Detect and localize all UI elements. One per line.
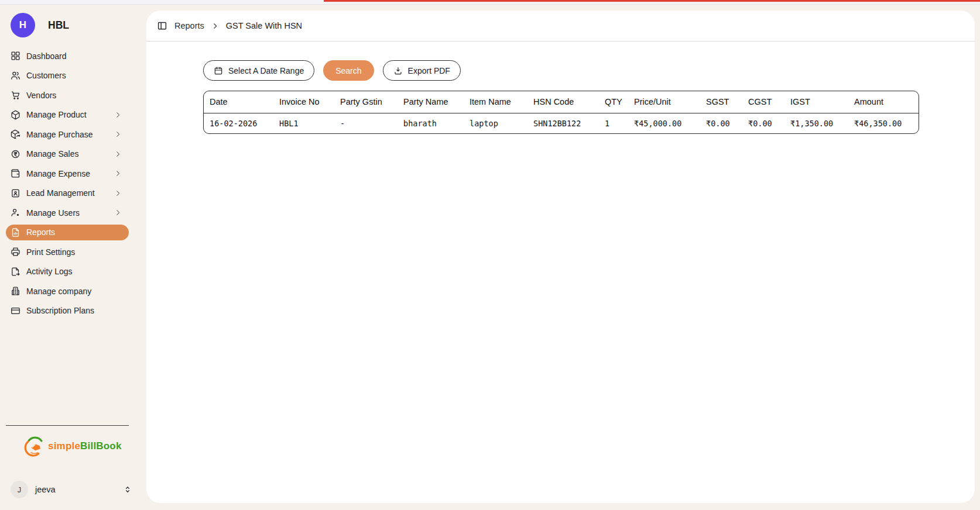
printer-icon	[11, 247, 20, 257]
brand: H HBL	[11, 13, 69, 37]
sidebar-item-label: Print Settings	[26, 247, 122, 257]
sidebar-item-print-settings[interactable]: Print Settings	[6, 244, 129, 260]
table-cell: bharath	[398, 113, 464, 133]
table-cell: ₹1,350.00	[784, 113, 848, 133]
sidebar-item-label: Manage company	[26, 287, 122, 296]
export-pdf-label: Export PDF	[408, 66, 450, 75]
chevron-right-icon	[114, 111, 122, 119]
sidebar-item-label: Manage Purchase	[26, 130, 108, 139]
sidebar-item-reports[interactable]: Reports	[6, 225, 129, 241]
chevron-right-icon	[211, 22, 219, 30]
id-badge-icon	[11, 188, 20, 198]
sidebar-item-manage-expense[interactable]: Manage Expense	[6, 166, 129, 182]
logo-word-billbook: BillBook	[80, 440, 122, 452]
calendar-icon	[214, 66, 223, 75]
main-card: Reports GST Sale With HSN Select A Date …	[146, 11, 975, 503]
sidebar-item-manage-users[interactable]: Manage Users	[6, 205, 129, 221]
table-cell: 1	[599, 113, 628, 133]
table-cell: ₹0.00	[742, 113, 784, 133]
date-range-label: Select A Date Range	[228, 66, 304, 75]
chevron-right-icon	[114, 150, 122, 158]
chevron-right-icon	[114, 189, 122, 197]
user-menu[interactable]: J jeeva	[11, 480, 132, 499]
sidebar-item-manage-purchase[interactable]: Manage Purchase	[6, 126, 129, 143]
user-dot-icon	[11, 208, 20, 218]
cart-icon	[11, 90, 20, 100]
sidebar-item-manage-sales[interactable]: Manage Sales	[6, 146, 129, 163]
date-range-button[interactable]: Select A Date Range	[203, 60, 314, 81]
sidebar-item-manage-company[interactable]: Manage company	[6, 283, 129, 299]
sidebar-toggle-icon[interactable]	[157, 20, 167, 31]
sidebar-item-customers[interactable]: Customers	[6, 68, 129, 84]
search-button[interactable]: Search	[323, 60, 374, 81]
customers-icon	[11, 71, 20, 81]
table-cell: -	[334, 113, 398, 133]
sidebar-item-activity-logs[interactable]: Activity Logs	[6, 264, 129, 280]
sidebar-item-label: Manage Product	[26, 110, 108, 119]
chevron-right-icon	[114, 170, 122, 177]
user-name: jeeva	[35, 485, 116, 494]
package-icon	[11, 110, 20, 120]
package-sync-icon	[11, 129, 20, 139]
unfold-more-icon[interactable]	[123, 485, 132, 494]
sidebar-divider	[6, 425, 129, 426]
report-icon	[11, 228, 20, 237]
sidebar-item-label: Activity Logs	[26, 267, 122, 276]
logo-text: simpleBillBook	[48, 440, 122, 452]
simplebillbook-logo: simpleBillBook	[24, 433, 122, 459]
toolbar: Select A Date Range Search Export PDF	[203, 60, 975, 81]
table-column-header: Amount	[848, 91, 919, 113]
breadcrumb-page: GST Sale With HSN	[226, 21, 302, 30]
table-row: 16-02-2026HBL1-bharathlaptopSHN12BB1221₹…	[204, 113, 919, 133]
table-column-header: Invoice No	[273, 91, 334, 113]
table-cell: laptop	[464, 113, 527, 133]
brand-avatar[interactable]: H	[11, 13, 35, 37]
table-column-header: Item Name	[464, 91, 527, 113]
sidebar-item-subscription-plans[interactable]: Subscription Plans	[6, 303, 129, 319]
report-table: DateInvoice NoParty GstinParty NameItem …	[203, 91, 919, 134]
sidebar-item-manage-product[interactable]: Manage Product	[6, 107, 129, 123]
sidebar-item-label: Dashboard	[26, 51, 122, 61]
rupee-circle-icon	[11, 149, 20, 159]
sidebar: H HBL DashboardCustomersVendorsManage Pr…	[0, 5, 146, 510]
top-progress-line	[324, 0, 980, 2]
sidebar-item-label: Lead Management	[26, 188, 108, 198]
wallet-icon	[11, 168, 20, 178]
table-column-header: QTY	[599, 91, 628, 113]
table-cell: HBL1	[273, 113, 334, 133]
table-column-header: Party Name	[398, 91, 464, 113]
table-cell: ₹46,350.00	[848, 113, 919, 133]
sidebar-item-label: Subscription Plans	[26, 306, 122, 315]
table-cell: 16-02-2026	[204, 113, 273, 133]
dashboard-icon	[11, 51, 20, 61]
breadcrumb-section[interactable]: Reports	[174, 21, 204, 30]
app-root: H HBL DashboardCustomersVendorsManage Pr…	[0, 0, 980, 510]
table-cell: ₹0.00	[700, 113, 742, 133]
building-icon	[11, 286, 20, 296]
browser-top-strip	[0, 0, 980, 5]
sidebar-item-label: Reports	[26, 228, 122, 237]
table-cell: SHN12BB122	[527, 113, 599, 133]
sidebar-item-vendors[interactable]: Vendors	[6, 87, 129, 104]
sidebar-item-lead-management[interactable]: Lead Management	[6, 185, 129, 202]
breadcrumb: Reports GST Sale With HSN	[146, 11, 975, 42]
logo-word-simple: simple	[48, 440, 80, 452]
brand-name: HBL	[48, 19, 69, 32]
chevron-right-icon	[114, 130, 122, 138]
sidebar-item-label: Customers	[26, 71, 122, 80]
simplebillbook-logo-icon	[24, 433, 46, 459]
table-column-header: SGST	[700, 91, 742, 113]
sidebar-item-label: Manage Sales	[26, 149, 108, 158]
chevron-right-icon	[114, 209, 122, 216]
export-pdf-button[interactable]: Export PDF	[383, 60, 461, 81]
sidebar-nav: DashboardCustomersVendorsManage ProductM…	[6, 48, 129, 322]
user-avatar-letter: J	[18, 485, 22, 494]
sidebar-item-label: Manage Users	[26, 208, 108, 218]
table-column-header: Party Gstin	[334, 91, 398, 113]
download-icon	[393, 66, 403, 75]
sidebar-item-dashboard[interactable]: Dashboard	[6, 48, 129, 64]
user-avatar: J	[11, 481, 28, 498]
table-column-header: Price/Unit	[628, 91, 700, 113]
table-column-header: Date	[204, 91, 273, 113]
table-column-header: CGST	[742, 91, 784, 113]
